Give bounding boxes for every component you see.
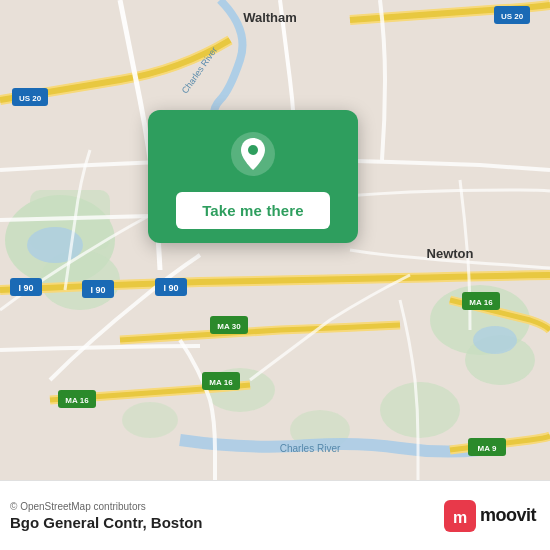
svg-text:I 90: I 90 xyxy=(90,285,105,295)
svg-point-6 xyxy=(380,382,460,438)
svg-text:I 90: I 90 xyxy=(163,283,178,293)
svg-text:MA 30: MA 30 xyxy=(217,322,241,331)
svg-point-37 xyxy=(248,145,258,155)
map-container: I 90 I 90 US 20 US 20 MA 16 MA 16 MA 16 … xyxy=(0,0,550,480)
popup-card: Take me there xyxy=(148,110,358,243)
svg-text:MA 9: MA 9 xyxy=(478,444,497,453)
svg-text:Newton: Newton xyxy=(427,246,474,261)
moovit-icon: m xyxy=(444,500,476,532)
osm-credit: © OpenStreetMap contributors xyxy=(10,501,203,512)
svg-text:US 20: US 20 xyxy=(19,94,42,103)
svg-text:m: m xyxy=(453,509,467,526)
location-pin-icon xyxy=(229,130,277,178)
svg-text:MA 16: MA 16 xyxy=(209,378,233,387)
moovit-logo[interactable]: m moovit xyxy=(444,500,536,532)
svg-point-11 xyxy=(473,326,517,354)
bottom-left: © OpenStreetMap contributors Bgo General… xyxy=(10,501,203,531)
svg-text:Waltham: Waltham xyxy=(243,10,297,25)
svg-text:I 90: I 90 xyxy=(18,283,33,293)
svg-point-9 xyxy=(122,402,178,438)
moovit-text: moovit xyxy=(480,505,536,526)
svg-text:MA 16: MA 16 xyxy=(65,396,89,405)
svg-text:Charles River: Charles River xyxy=(280,443,341,454)
bottom-bar: © OpenStreetMap contributors Bgo General… xyxy=(0,480,550,550)
location-name: Bgo General Contr, Boston xyxy=(10,514,203,531)
svg-text:MA 16: MA 16 xyxy=(469,298,493,307)
svg-text:US 20: US 20 xyxy=(501,12,524,21)
take-me-there-button[interactable]: Take me there xyxy=(176,192,330,229)
